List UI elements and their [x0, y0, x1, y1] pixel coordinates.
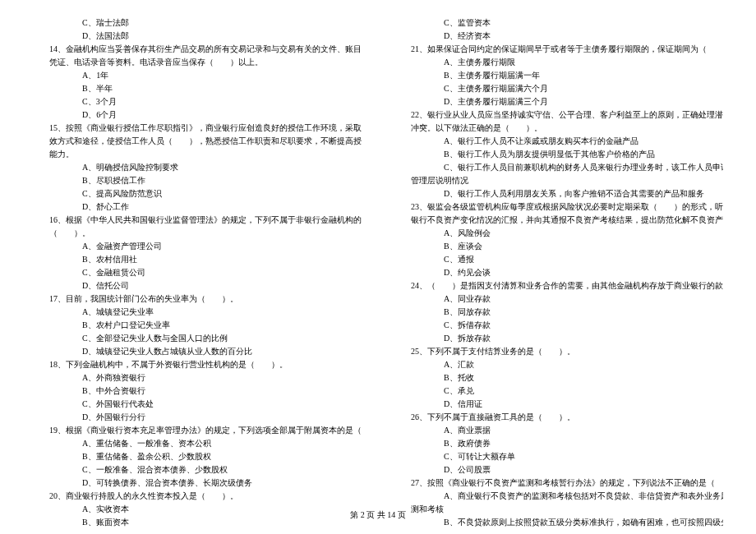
right-column: C、监管资本D、经济资本21、如果保证合同约定的保证期间早于或者等于主债务履行期… [378, 16, 723, 501]
right-line: C、银行工作人员目前兼职机构的财务人员来银行办理业务时，该工作人员申请回避，并向 [394, 161, 723, 174]
left-line: D、信托公司 [33, 279, 362, 292]
right-line: A、银行工作人员不让亲戚或朋友购买本行的金融产品 [394, 135, 723, 148]
right-line: C、监管资本 [394, 16, 723, 30]
right-line: 27、按照《商业银行不良资产监测和考核暂行办法》的规定，下列说法不正确的是（ ）… [394, 476, 723, 490]
right-line: C、承兑 [394, 384, 723, 398]
right-line: C、可转让大额存单 [394, 450, 723, 463]
right-line: 管理层说明情况 [394, 174, 723, 187]
left-line: 凭证、电话录音等资料。电话录音应当保存（ ）以上。 [33, 56, 362, 69]
right-line: D、拆放存款 [394, 332, 723, 345]
left-line: 能力。 [33, 148, 362, 161]
right-line: D、经济资本 [394, 30, 723, 43]
right-line: 23、银监会各级监管机构应每季度或根据风险状况必要时定期采取（ ）的形式，听取辖… [394, 200, 723, 214]
right-line: A、风险例会 [394, 227, 723, 240]
left-line: B、中外合资银行 [33, 384, 362, 398]
right-line: B、银行工作人员为朋友提供明显低于其他客户价格的产品 [394, 148, 723, 161]
left-line: A、实收资本 [33, 503, 362, 516]
right-line: 银行不良资产变化情况的汇报，并向其通报不良资产考核结果，提出防范化解不良资产的意… [394, 214, 723, 227]
left-line: A、重估储备、一般准备、资本公积 [33, 437, 362, 450]
left-line: C、一般准备、混合资本债券、少数股权 [33, 463, 362, 476]
left-line: D、6个月 [33, 108, 362, 122]
left-line: C、全部登记失业人数与全国人口的比例 [33, 332, 362, 345]
right-line: C、主债务履行期届满六个月 [394, 82, 723, 95]
right-line: 22、银行业从业人员应当坚持诚实守信、公平合理、客户利益至上的原则，正确处理潜在… [394, 108, 723, 122]
right-line: B、托收 [394, 371, 723, 384]
left-line: 17、目前，我国统计部门公布的失业率为（ ）。 [33, 292, 362, 306]
right-line: D、公司股票 [394, 463, 723, 476]
left-line: 16、根据《中华人民共和国银行业监督管理法》的规定，下列不属于非银行金融机构的是 [33, 214, 362, 227]
left-line: C、金融租赁公司 [33, 266, 362, 279]
left-line: B、农村信用社 [33, 253, 362, 266]
right-line: C、通报 [394, 253, 723, 266]
right-line: B、政府债券 [394, 437, 723, 450]
right-line: 21、如果保证合同约定的保证期间早于或者等于主债务履行期限的，保证期间为（ ）。 [394, 43, 723, 56]
left-line: 效方式和途径，使授信工作人员（ ），熟悉授信工作职责和尽职要求，不断提高授信工作 [33, 135, 362, 148]
right-line: D、银行工作人员利用朋友关系，向客户推销不适合其需要的产品和服务 [394, 187, 723, 200]
left-line: B、账面资本 [33, 516, 362, 529]
left-line: 14、金融机构应当妥善保存其衍生产品交易的所有交易记录和与交易有关的文件、账目、… [33, 43, 362, 56]
right-line: A、商业票据 [394, 424, 723, 437]
right-line: A、主债务履行期限 [394, 56, 723, 69]
left-line: D、城镇登记失业人数占城镇从业人数的百分比 [33, 345, 362, 358]
left-line: C、外国银行代表处 [33, 398, 362, 411]
left-line: A、1年 [33, 69, 362, 82]
right-line: 26、下列不属于直接融资工具的是（ ）。 [394, 411, 723, 424]
right-line: D、约见会谈 [394, 266, 723, 279]
left-line: 20、商业银行持股人的永久性资本投入是（ ）。 [33, 490, 362, 503]
left-line: B、半年 [33, 82, 362, 95]
left-line: A、明确授信风险控制要求 [33, 161, 362, 174]
left-line: A、外商独资银行 [33, 371, 362, 384]
left-line: （ ）。 [33, 227, 362, 240]
right-line: 24、（ ）是指因支付清算和业务合作的需要，由其他金融机构存放于商业银行的款项。 [394, 279, 723, 292]
left-line: D、法国法郎 [33, 30, 362, 43]
right-line: A、汇款 [394, 358, 723, 371]
right-line: 25、下列不属于支付结算业务的是（ ）。 [394, 345, 723, 358]
left-line: B、尽职授信工作 [33, 174, 362, 187]
left-line: B、农村户口登记失业率 [33, 319, 362, 332]
right-line: B、主债务履行期届满一年 [394, 69, 723, 82]
right-line: B、同放存款 [394, 306, 723, 319]
left-line: D、舒心工作 [33, 200, 362, 214]
right-line: A、同业存款 [394, 292, 723, 306]
right-line: B、座谈会 [394, 240, 723, 253]
left-line: 19、根据《商业银行资本充足率管理办法》的规定，下列选项全部属于附属资本的是（ … [33, 424, 362, 437]
left-line: 15、按照《商业银行授信工作尽职指引》，商业银行应创造良好的授信工作环境，采取各… [33, 122, 362, 135]
left-line: D、可转换债券、混合资本债券、长期次级债务 [33, 476, 362, 490]
left-line: C、3个月 [33, 95, 362, 108]
exam-page: C、瑞士法郎D、法国法郎14、金融机构应当妥善保存其衍生产品交易的所有交易记录和… [0, 0, 756, 509]
left-column: C、瑞士法郎D、法国法郎14、金融机构应当妥善保存其衍生产品交易的所有交易记录和… [33, 16, 378, 501]
left-line: D、外国银行分行 [33, 411, 362, 424]
right-line: C、拆借存款 [394, 319, 723, 332]
right-line: D、主债务履行期届满三个月 [394, 95, 723, 108]
right-line: 测和考核 [394, 503, 723, 516]
left-line: B、重估储备、盈余公积、少数股权 [33, 450, 362, 463]
left-line: 18、下列金融机构中，不属于外资银行营业性机构的是（ ）。 [33, 358, 362, 371]
left-line: C、瑞士法郎 [33, 16, 362, 30]
right-line: A、商业银行不良资产的监测和考核包括对不良贷款、非信贷资产和表外业务风险的全面监 [394, 490, 723, 503]
left-line: A、金融资产管理公司 [33, 240, 362, 253]
right-line: D、信用证 [394, 398, 723, 411]
right-line: 冲突。以下做法正确的是（ ）。 [394, 122, 723, 135]
left-line: C、提高风险防范意识 [33, 187, 362, 200]
left-line: A、城镇登记失业率 [33, 306, 362, 319]
right-line: B、不良贷款原则上按照贷款五级分类标准执行，如确有困难，也可按照四级分类标准执行 [394, 516, 723, 529]
